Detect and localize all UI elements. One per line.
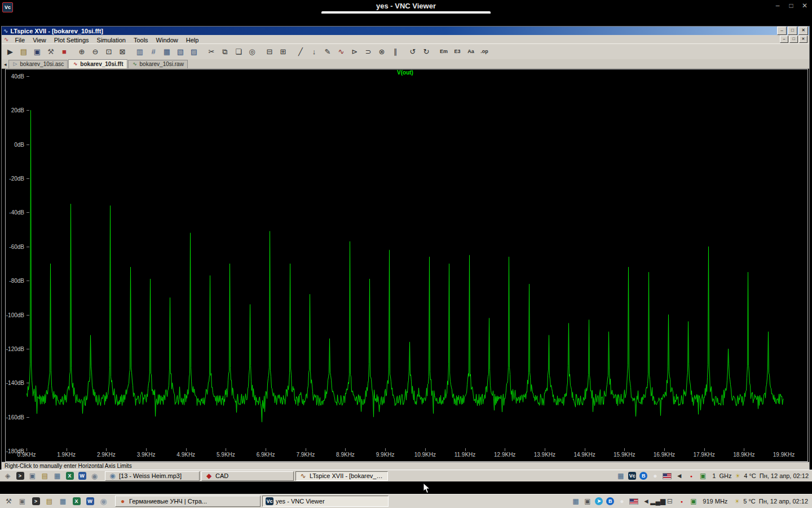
calc-button[interactable]: X: [70, 496, 83, 507]
notification-icon[interactable]: ●: [677, 497, 686, 506]
undo-button[interactable]: ↺: [406, 46, 420, 58]
find-button[interactable]: ◎: [245, 46, 259, 58]
terminal-button[interactable]: >: [29, 496, 42, 507]
tab-bokarev_10si.fft[interactable]: ∿bokarev_10si.fft: [68, 59, 127, 68]
window-restore-button[interactable]: □: [788, 27, 797, 35]
clock[interactable]: Пн, 12 апр, 02:12: [760, 472, 809, 479]
menu-plot-settings[interactable]: Plot Settings: [50, 37, 93, 43]
panel-icon[interactable]: ▦: [571, 497, 580, 506]
wire-button[interactable]: ∿: [334, 46, 348, 58]
pencil-button[interactable]: ✎: [321, 46, 334, 58]
notification-icon[interactable]: ●: [687, 472, 695, 480]
clock[interactable]: Пн, 12 апр, 02:12: [759, 498, 808, 505]
control-panel-button[interactable]: ⚒: [44, 46, 58, 58]
sim-command-button[interactable]: Em: [437, 46, 451, 58]
trace-label[interactable]: V(out): [27, 69, 784, 76]
task-player[interactable]: ◉[13 - Weiss Heim.mp3]: [105, 471, 200, 481]
volume-icon[interactable]: ◄: [642, 497, 650, 506]
task-site-favicon[interactable]: ●Германиевые УНЧ | Стра...: [115, 496, 261, 507]
paste-button[interactable]: ❏: [232, 46, 245, 58]
menu-window[interactable]: Window: [152, 37, 182, 43]
pane-3-button[interactable]: ▨: [187, 46, 201, 58]
run-button[interactable]: ▶: [3, 46, 17, 58]
open-button[interactable]: ▤: [17, 46, 30, 58]
volume-icon[interactable]: ◄: [675, 472, 683, 480]
text-editor-button[interactable]: ▦: [56, 496, 69, 507]
browser-button[interactable]: ◉: [97, 496, 110, 507]
menu-simulation[interactable]: Simulation: [93, 37, 130, 43]
bluetooth-icon[interactable]: B: [639, 472, 647, 480]
screenshot-button[interactable]: ▣: [16, 496, 29, 507]
mdi-minimize-button[interactable]: –: [780, 36, 788, 43]
writer-button[interactable]: W: [76, 471, 88, 481]
file-manager-button[interactable]: ▤: [43, 496, 56, 507]
bluetooth-icon[interactable]: B: [606, 497, 614, 505]
tab-scroll-left-icon[interactable]: ◂: [3, 62, 8, 68]
keyboard-layout-us-icon[interactable]: [629, 498, 638, 505]
signal-icon[interactable]: ▂▄▆: [654, 497, 662, 506]
indicator-icon[interactable]: ●: [617, 497, 626, 506]
vnc-titlebar[interactable]: Vc yes - VNC Viewer – □ ✕: [0, 0, 812, 14]
save-button[interactable]: ▣: [30, 46, 44, 58]
task-cad[interactable]: ◆CAD: [201, 471, 294, 481]
spice-directive-button[interactable]: .op: [478, 46, 491, 58]
keyboard-layout-us-icon[interactable]: [663, 473, 672, 479]
window-minimize-button[interactable]: –: [777, 27, 787, 35]
cut-button[interactable]: ✂: [205, 46, 218, 58]
netlist-button[interactable]: E3: [451, 46, 464, 58]
task-ltspice[interactable]: ∿LTspice XVII - [bokarev_10s...: [295, 471, 388, 481]
mdi-close-button[interactable]: ✕: [799, 36, 807, 43]
telegram-icon[interactable]: ➤: [595, 497, 603, 505]
copy-button[interactable]: ⧉: [218, 46, 232, 58]
text-editor-button[interactable]: ▦: [51, 471, 63, 481]
display-icon[interactable]: ▣: [583, 497, 592, 506]
vnc-server-icon[interactable]: Vc: [628, 472, 636, 480]
halt-button[interactable]: ■: [58, 46, 71, 58]
app-finder-button[interactable]: ◈: [2, 471, 14, 481]
maximize-button[interactable]: □: [787, 2, 795, 10]
writer-button[interactable]: W: [83, 496, 96, 507]
fft-plot-canvas[interactable]: [27, 76, 784, 451]
autorange-button[interactable]: ▥: [133, 46, 147, 58]
indicator-icon[interactable]: ●: [651, 472, 659, 480]
task-vnc[interactable]: Vcyes - VNC Viewer: [262, 496, 389, 507]
zoom-out-button[interactable]: ⊖: [89, 46, 102, 58]
print-button[interactable]: ⊟: [263, 46, 276, 58]
file-manager-button[interactable]: ▤: [39, 471, 51, 481]
menu-tools[interactable]: Tools: [130, 37, 152, 43]
printer-icon[interactable]: ⊟: [665, 497, 674, 506]
capacitor-icon: ∥: [391, 47, 400, 56]
browser-button[interactable]: ◉: [89, 471, 100, 481]
screen-icon[interactable]: ▣: [689, 497, 698, 506]
pane-2-button[interactable]: ▧: [174, 46, 187, 58]
close-button[interactable]: ✕: [801, 2, 809, 10]
screen-icon[interactable]: ▣: [699, 472, 707, 480]
tab-bokarev_10si.raw[interactable]: ∿bokarev_10si.raw: [128, 60, 188, 68]
zoom-in-button[interactable]: ⊕: [75, 46, 89, 58]
menu-file[interactable]: File: [11, 37, 29, 43]
zoom-full-button[interactable]: ⊠: [116, 46, 129, 58]
menu-view[interactable]: View: [29, 37, 50, 43]
menu-help[interactable]: Help: [182, 37, 203, 43]
calc-button[interactable]: X: [64, 471, 76, 481]
tab-bokarev_10si.asc[interactable]: ▷bokarev_10si.asc: [8, 60, 68, 68]
minimize-button[interactable]: –: [774, 2, 782, 10]
display-icon[interactable]: ▦: [616, 472, 625, 480]
grid-button[interactable]: #: [147, 46, 160, 58]
zoom-area-button[interactable]: ⊡: [102, 46, 116, 58]
terminal-button[interactable]: >: [14, 471, 26, 481]
component-button[interactable]: ⊗: [375, 46, 389, 58]
window-close-button[interactable]: ✕: [798, 27, 808, 35]
diode-button[interactable]: ⊳: [348, 46, 361, 58]
text-tool-button[interactable]: Aa: [464, 46, 478, 58]
mdi-restore-button[interactable]: □: [789, 36, 798, 43]
print-preview-button[interactable]: ⊞: [276, 46, 290, 58]
capacitor-button[interactable]: ∥: [389, 46, 402, 58]
tools-button[interactable]: ⚒: [2, 496, 15, 507]
cursor-button[interactable]: ↓: [307, 46, 321, 58]
pane-1-button[interactable]: ▦: [160, 46, 174, 58]
redo-button[interactable]: ↻: [420, 46, 433, 58]
display-settings-button[interactable]: ▣: [27, 471, 38, 481]
gate-button[interactable]: ⊃: [361, 46, 375, 58]
draw-line-button[interactable]: ╱: [294, 46, 307, 58]
